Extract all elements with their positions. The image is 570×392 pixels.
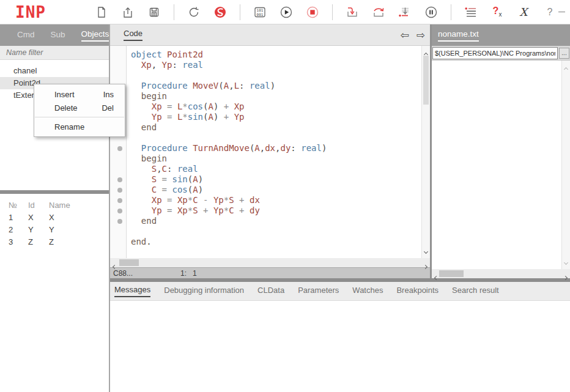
hscroll-thumb[interactable] bbox=[439, 270, 464, 277]
breakpoint-list-button[interactable] bbox=[464, 5, 478, 20]
code-line[interactable]: end bbox=[110, 122, 421, 133]
bottom-tab-breakpoints[interactable]: Breakpoints bbox=[396, 286, 439, 297]
nav-back-button[interactable]: ⇦ bbox=[401, 30, 409, 40]
code-line[interactable]: Procedure TurnAndMove(A,dx,dy: real) bbox=[110, 143, 421, 153]
breakpoint-dot-icon[interactable] bbox=[117, 188, 122, 193]
context-menu: InsertInsDeleteDelRename bbox=[34, 84, 125, 137]
code-text bbox=[127, 226, 136, 237]
code-line[interactable] bbox=[110, 133, 421, 143]
help-button[interactable]: ? bbox=[543, 5, 557, 20]
breakpoint-list-icon bbox=[464, 6, 478, 19]
nc-code-button[interactable]: 101001 bbox=[253, 5, 267, 20]
step-over-button[interactable] bbox=[372, 5, 385, 20]
gutter-cell bbox=[110, 153, 127, 164]
code-line[interactable]: Yp = Xp*S + Yp*C + dy bbox=[110, 205, 421, 216]
open-file-button[interactable] bbox=[121, 5, 135, 20]
run-to-cursor-button[interactable] bbox=[398, 5, 412, 20]
table-row[interactable]: 1XX bbox=[9, 211, 109, 223]
code-line[interactable]: object Point2d bbox=[110, 50, 421, 60]
vscroll-thumb[interactable] bbox=[423, 56, 429, 105]
new-file-button[interactable] bbox=[95, 5, 108, 20]
nc-vscrollbar[interactable] bbox=[561, 61, 570, 269]
menu-item-delete[interactable]: DeleteDel bbox=[34, 101, 125, 114]
code-line[interactable]: Xp = L*cos(A) + Xp bbox=[110, 102, 421, 112]
code-line[interactable] bbox=[110, 226, 421, 237]
undo-button[interactable] bbox=[187, 5, 201, 20]
breakpoint-dot-icon[interactable] bbox=[117, 219, 122, 224]
toolbar-separator bbox=[451, 4, 451, 20]
pause-icon bbox=[424, 6, 438, 19]
save-button[interactable] bbox=[147, 5, 161, 20]
minimize-button[interactable] bbox=[557, 5, 566, 20]
code-line[interactable]: Xp, Yp: real bbox=[110, 60, 421, 70]
menu-item-insert[interactable]: InsertIns bbox=[34, 87, 125, 101]
nav-forward-button[interactable]: ⇨ bbox=[416, 30, 425, 40]
breakpoint-dot-icon[interactable] bbox=[117, 209, 122, 213]
code-text: S,C: real bbox=[127, 164, 198, 174]
close-x-button[interactable]: X bbox=[517, 5, 530, 20]
nc-path-input[interactable] bbox=[432, 47, 558, 59]
bottom-tab-parameters[interactable]: Parameters bbox=[298, 286, 339, 297]
code-line[interactable]: Xp = Xp*C - Yp*S + dx bbox=[110, 195, 421, 205]
toolbar: INP 101001 bbox=[0, 0, 570, 24]
code-line[interactable]: Yp = L*sin(A) + Yp bbox=[110, 112, 421, 122]
table-row[interactable]: 2YY bbox=[9, 223, 109, 235]
table-cell: 3 bbox=[9, 237, 28, 246]
hscroll-thumb[interactable] bbox=[119, 259, 139, 266]
bottom-tab-messages[interactable]: Messages bbox=[114, 285, 150, 297]
breakpoint-dot-icon[interactable] bbox=[117, 198, 122, 203]
bottom-tab-cldata[interactable]: CLData bbox=[257, 286, 284, 297]
menu-item-rename[interactable]: Rename bbox=[34, 120, 125, 133]
scroll-right-icon[interactable] bbox=[564, 272, 567, 281]
sidebar-tab-cmd[interactable]: Cmd bbox=[17, 30, 35, 41]
object-item-chanel[interactable]: chanel bbox=[0, 65, 109, 77]
code-line[interactable] bbox=[110, 70, 421, 81]
nc-program-content[interactable] bbox=[432, 61, 570, 269]
name-filter-input[interactable] bbox=[0, 46, 109, 60]
editor-hscrollbar[interactable] bbox=[110, 258, 430, 267]
content-column: Code ⇦ ⇨ object Point2d Xp, Yp: real Pro… bbox=[110, 24, 570, 392]
nc-code-icon: 101001 bbox=[253, 6, 267, 19]
breakpoint-dot-icon[interactable] bbox=[117, 177, 122, 182]
sidebar-tab-objects[interactable]: Objects bbox=[81, 29, 109, 42]
nc-hscrollbar[interactable] bbox=[432, 269, 570, 278]
axis-table: №IdName1XX2YY3ZZ bbox=[0, 194, 109, 248]
scroll-left-icon[interactable] bbox=[435, 272, 438, 281]
code-editor[interactable]: object Point2d Xp, Yp: real Procedure Mo… bbox=[110, 46, 421, 258]
table-cell: 2 bbox=[9, 225, 28, 234]
sidebar-tab-sub[interactable]: Sub bbox=[51, 30, 65, 41]
code-line[interactable]: begin bbox=[110, 91, 421, 102]
code-line[interactable]: S = sin(A) bbox=[110, 174, 421, 185]
upper-section: Code ⇦ ⇨ object Point2d Xp, Yp: real Pro… bbox=[110, 24, 570, 278]
pause-button[interactable] bbox=[424, 5, 438, 20]
browse-button[interactable]: ... bbox=[559, 48, 569, 59]
sprut-logo-button[interactable] bbox=[213, 5, 227, 20]
bottom-tab-debugging-information[interactable]: Debugging information bbox=[164, 286, 244, 297]
breakpoint-dot-icon[interactable] bbox=[117, 146, 122, 151]
code-text: Procedure MoveV(A,L: real) bbox=[127, 81, 275, 91]
tab-code[interactable]: Code bbox=[124, 29, 142, 41]
table-row[interactable]: 3ZZ bbox=[9, 235, 109, 248]
code-line[interactable]: S,C: real bbox=[110, 164, 421, 174]
bottom-tab-watches[interactable]: Watches bbox=[352, 286, 383, 297]
code-line[interactable]: end bbox=[110, 216, 421, 226]
step-into-button[interactable] bbox=[346, 5, 359, 20]
clear-interrogation-button[interactable]: ?x bbox=[490, 5, 504, 20]
open-file-icon bbox=[122, 6, 134, 18]
code-line[interactable]: end. bbox=[110, 237, 421, 247]
scroll-left-icon[interactable] bbox=[113, 261, 116, 270]
stop-button[interactable] bbox=[306, 5, 319, 20]
code-line[interactable]: Procedure MoveV(A,L: real) bbox=[110, 81, 421, 91]
code-text: Procedure TurnAndMove(A,dx,dy: real) bbox=[127, 143, 327, 153]
code-line[interactable]: C = cos(A) bbox=[110, 185, 421, 195]
code-line[interactable]: begin bbox=[110, 153, 421, 164]
run-button[interactable] bbox=[279, 5, 293, 20]
bottom-tab-search-result[interactable]: Search result bbox=[452, 286, 499, 297]
scroll-up-icon[interactable] bbox=[564, 64, 568, 73]
editor-vscrollbar[interactable] bbox=[421, 46, 430, 258]
scroll-down-icon[interactable] bbox=[424, 246, 428, 255]
step-over-icon bbox=[372, 6, 385, 19]
scroll-right-icon[interactable] bbox=[424, 261, 427, 270]
scroll-down-icon[interactable] bbox=[564, 257, 568, 266]
tab-noname-txt[interactable]: noname.txt bbox=[438, 29, 479, 42]
